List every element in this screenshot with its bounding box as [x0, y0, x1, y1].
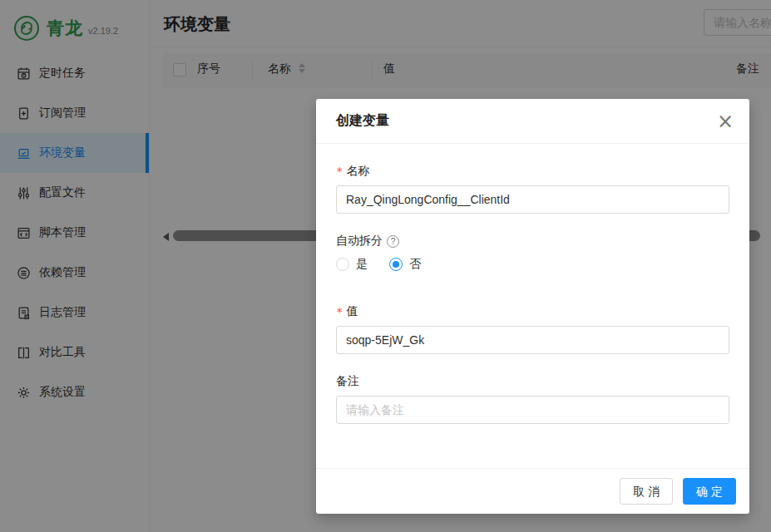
create-variable-modal: 创建变量 × * 名称 自动拆分 ? 是 否 [316, 99, 749, 514]
modal-footer: 取 消 确 定 [316, 468, 749, 514]
name-field-label: * 名称 [336, 164, 729, 179]
form-item-remark: 备注 [336, 374, 729, 424]
radio-circle-icon [336, 258, 349, 271]
modal-header: 创建变量 [316, 99, 749, 144]
modal-title: 创建变量 [336, 113, 389, 127]
modal-body: * 名称 自动拆分 ? 是 否 * [316, 144, 749, 424]
form-item-name: * 名称 [336, 164, 729, 214]
value-field-label: * 值 [336, 304, 729, 319]
form-item-auto-split: 自动拆分 ? 是 否 [336, 234, 729, 273]
confirm-button[interactable]: 确 定 [683, 478, 736, 505]
cancel-button[interactable]: 取 消 [620, 478, 673, 505]
radio-circle-icon [389, 258, 403, 271]
value-field[interactable] [336, 326, 729, 354]
close-icon[interactable]: × [713, 109, 738, 134]
remark-field[interactable] [336, 396, 729, 424]
radio-no[interactable]: 否 [389, 257, 421, 272]
auto-split-label: 自动拆分 ? [336, 234, 729, 249]
question-circle-icon[interactable]: ? [387, 235, 399, 248]
name-field[interactable] [336, 185, 729, 214]
auto-split-radio-group: 是 否 [336, 255, 729, 273]
required-asterisk: * [336, 165, 343, 178]
required-asterisk: * [336, 305, 343, 318]
remark-field-label: 备注 [336, 374, 729, 389]
form-item-value: * 值 [336, 304, 729, 354]
radio-yes[interactable]: 是 [336, 257, 368, 272]
